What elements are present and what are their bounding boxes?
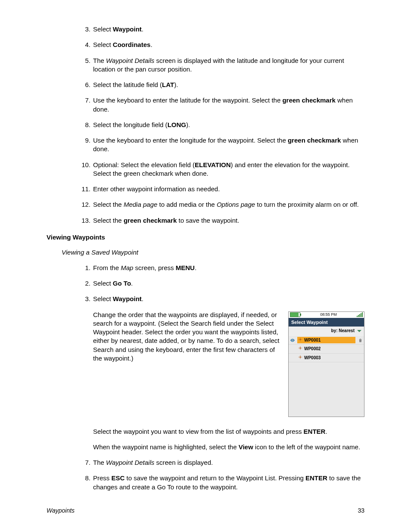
step-3b: 3.Select Waypoint. xyxy=(93,295,364,303)
step-7: 7.Use the keyboard to enter the latitude… xyxy=(93,96,364,114)
device-screenshot: 08:55 PM Select Waypoint by: Nearest xyxy=(288,311,364,417)
step-7b: 7.The Waypoint Details screen is display… xyxy=(93,458,364,467)
step-text: Select Go To. xyxy=(93,280,133,287)
step-10: 10.Optional: Select the elevation field … xyxy=(93,161,364,178)
waypoint-row[interactable]: WP0002 xyxy=(289,345,364,354)
svg-point-2 xyxy=(299,348,301,349)
step-number: 2. xyxy=(77,279,90,288)
step-number: 6. xyxy=(77,81,90,89)
step-13: 13.Select the green checkmark to save th… xyxy=(93,216,364,225)
step-text: From the Map screen, press MENU. xyxy=(93,264,196,271)
step-8b: 8.Press ESC to save the waypoint and ret… xyxy=(93,474,364,492)
battery-icon xyxy=(290,312,300,317)
spacer xyxy=(290,355,296,361)
waypoint-row-selected[interactable]: WP0001 xyxy=(289,336,364,345)
inset-title: Select Waypoint xyxy=(289,318,364,327)
sort-label: by: Nearest xyxy=(331,328,355,334)
waypoint-list: WP0001 WP0002 xyxy=(289,336,364,417)
waypoint-row[interactable]: WP0003 xyxy=(289,354,364,363)
page-footer: Waypoints 33 xyxy=(47,507,364,514)
step-number: 9. xyxy=(77,136,90,145)
step-number: 4. xyxy=(77,40,90,49)
step-text: Select the green checkmark to save the w… xyxy=(93,217,239,224)
svg-point-0 xyxy=(292,340,293,341)
step-text: Select the longitude field (LONG). xyxy=(93,121,190,128)
step-number: 7. xyxy=(77,458,90,467)
step-text: The Waypoint Details screen is displayed… xyxy=(93,459,213,466)
step-1: 1.From the Map screen, press MENU. xyxy=(93,264,364,272)
step-text: Select Coordinates. xyxy=(93,41,153,48)
step-5b: 5.Select the waypoint you want to view f… xyxy=(93,427,364,436)
step-number: 11. xyxy=(77,185,90,193)
footer-section: Waypoints xyxy=(47,507,75,514)
step-text: Use the keyboard to enter the longitude … xyxy=(93,137,358,152)
step-text: Use the keyboard to enter the latitude f… xyxy=(93,96,353,112)
step-text: Press ESC to save the waypoint and retur… xyxy=(93,474,361,490)
svg-point-1 xyxy=(299,339,301,340)
waypoint-label: WP0003 xyxy=(304,355,355,361)
step-text: Change the order that the waypoints are … xyxy=(93,311,280,362)
step-6b: 6.When the waypoint name is highlighted,… xyxy=(93,443,364,451)
sort-row[interactable]: by: Nearest xyxy=(289,327,364,336)
status-bar: 08:55 PM xyxy=(289,312,364,318)
step-text: Select the Media page to add media or th… xyxy=(93,201,359,208)
step-4: 4.Select Coordinates. xyxy=(93,40,364,49)
spacer xyxy=(357,355,363,361)
waypoint-icon xyxy=(298,355,302,361)
step-number: 8. xyxy=(77,121,90,129)
step-number: 8. xyxy=(77,474,90,482)
step-number: 7. xyxy=(77,96,90,105)
step-number: 5. xyxy=(77,56,90,65)
step-text: When the waypoint name is highlighted, s… xyxy=(93,443,360,451)
dropdown-icon xyxy=(357,330,361,332)
waypoint-label: WP0002 xyxy=(304,346,355,352)
step-text: Select Waypoint. xyxy=(93,295,143,302)
subsection-heading: Viewing a Saved Waypoint xyxy=(62,249,364,256)
waypoint-icon xyxy=(298,346,302,352)
step-text: Optional: Select the elevation field (EL… xyxy=(93,161,350,177)
step-8: 8.Select the longitude field (LONG). xyxy=(93,121,364,129)
step-number: 12. xyxy=(77,200,90,209)
spacer xyxy=(357,346,363,352)
step-number: 1. xyxy=(77,264,90,272)
step-text: Select the latitude field (LAT). xyxy=(93,81,178,88)
view-icon[interactable] xyxy=(290,337,296,343)
step-number: 3. xyxy=(77,25,90,34)
waypoint-label: WP0001 xyxy=(304,337,355,343)
step-number: 13. xyxy=(77,216,90,225)
step-11: 11.Enter other waypoint information as n… xyxy=(93,185,364,193)
step-9: 9.Use the keyboard to enter the longitud… xyxy=(93,136,364,154)
svg-point-3 xyxy=(299,356,301,358)
steps-list-2: 1.From the Map screen, press MENU. 2.Sel… xyxy=(47,264,364,492)
signal-icon xyxy=(357,313,363,317)
spacer xyxy=(290,346,296,352)
trash-icon[interactable] xyxy=(357,337,363,343)
step-2: 2.Select Go To. xyxy=(93,279,364,288)
status-time: 08:55 PM xyxy=(320,312,337,317)
step-12: 12.Select the Media page to add media or… xyxy=(93,200,364,209)
waypoint-icon xyxy=(298,337,302,343)
steps-list-1: 3.Select Waypoint. 4.Select Coordinates.… xyxy=(47,25,364,225)
step-3: 3.Select Waypoint. xyxy=(93,25,364,34)
footer-page-number: 33 xyxy=(358,507,364,514)
step-4b: 4. 08:55 PM Select Waypoint by: Nearest xyxy=(93,311,364,420)
document-page: 3.Select Waypoint. 4.Select Coordinates.… xyxy=(0,0,411,532)
step-text: The Waypoint Details screen is displayed… xyxy=(93,57,344,73)
step-text: Select Waypoint. xyxy=(93,25,143,33)
step-6: 6.Select the latitude field (LAT). xyxy=(93,81,364,89)
section-heading: Viewing Waypoints xyxy=(47,233,364,241)
step-5: 5.The Waypoint Details screen is display… xyxy=(93,56,364,74)
step-number: 3. xyxy=(77,295,90,303)
step-text: Enter other waypoint information as need… xyxy=(93,185,220,193)
step-text: Select the waypoint you want to view fro… xyxy=(93,428,327,435)
step-number: 10. xyxy=(77,161,90,169)
